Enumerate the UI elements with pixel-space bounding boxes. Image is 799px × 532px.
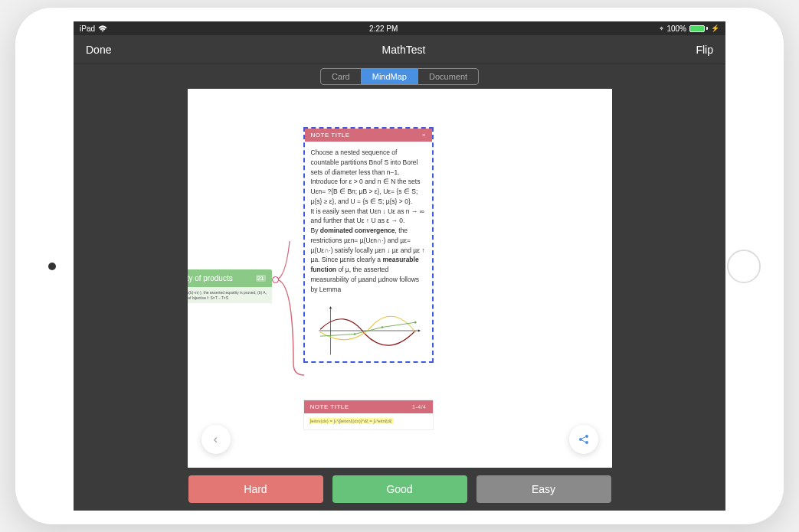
mindmap-canvas[interactable]: measurability of products 21 Lemma: (a) … bbox=[188, 89, 612, 468]
good-button[interactable]: Good bbox=[332, 475, 467, 503]
sibling-title-label: NOTE TITLE bbox=[310, 403, 349, 410]
device-label: iPad bbox=[80, 24, 95, 33]
share-network-icon bbox=[578, 433, 590, 446]
svg-point-3 bbox=[381, 326, 383, 328]
done-button[interactable]: Done bbox=[86, 44, 111, 56]
note-strong-1: dominated convergence bbox=[320, 227, 395, 234]
svg-point-4 bbox=[414, 321, 416, 324]
camera-dot bbox=[48, 263, 56, 270]
sibling-badge: 1-4/4 bbox=[412, 404, 426, 410]
back-button[interactable]: ‹ bbox=[201, 425, 231, 454]
note-title-bar: NOTE TITLE ≡ bbox=[305, 129, 432, 142]
note-title-label: NOTE TITLE bbox=[311, 132, 350, 139]
easy-button[interactable]: Easy bbox=[476, 475, 611, 503]
svg-point-2 bbox=[353, 333, 355, 335]
parent-node-badge: 21 bbox=[256, 275, 266, 282]
sibling-formula: ∫eitxν(dx) = ∫₀¹{∫eitxnξ(dx)}²dξ = ∫₀¹ei… bbox=[309, 418, 394, 424]
battery-percentage: 100% bbox=[666, 24, 686, 33]
page-title: MathTest bbox=[382, 44, 426, 56]
rating-bar: Hard Good Easy bbox=[74, 468, 725, 511]
note-graph bbox=[305, 300, 432, 361]
device-frame: iPad 2:22 PM ⌖ 100% ⚡ Done MathTest Flip bbox=[15, 8, 784, 524]
app-screen: iPad 2:22 PM ⌖ 100% ⚡ Done MathTest Flip bbox=[74, 21, 725, 511]
bluetooth-icon: ⌖ bbox=[660, 24, 663, 33]
flip-button[interactable]: Flip bbox=[696, 44, 713, 56]
share-button[interactable] bbox=[569, 425, 598, 454]
note-para-1: Choose a nested sequence of countable pa… bbox=[311, 149, 421, 205]
parent-node-snippet: Lemma: (a) µ(a×b)=µ(a)·µ(b)·m(·), the as… bbox=[188, 287, 272, 303]
svg-line-9 bbox=[581, 440, 585, 442]
active-note-card[interactable]: NOTE TITLE ≡ Choose a nested sequence of… bbox=[303, 127, 434, 363]
note-badge-icon: ≡ bbox=[422, 132, 426, 138]
wifi-icon bbox=[98, 25, 107, 32]
connector-dot-icon bbox=[272, 276, 279, 283]
segment-card[interactable]: Card bbox=[321, 69, 362, 84]
note-para-2: It is easily seen that Uεn ↓ Uε as n → ∞… bbox=[311, 207, 424, 225]
sibling-body: ∫eitxν(dx) = ∫₀¹{∫eitxnξ(dx)}²dξ = ∫₀¹ei… bbox=[304, 413, 433, 429]
segment-document[interactable]: Document bbox=[418, 69, 478, 84]
mindmap-content: measurability of products 21 Lemma: (a) … bbox=[188, 89, 612, 468]
status-right: ⌖ 100% ⚡ bbox=[660, 24, 719, 33]
node-connector bbox=[272, 279, 304, 281]
note-body: Choose a nested sequence of countable pa… bbox=[305, 142, 432, 300]
note-para-3a: By bbox=[311, 227, 320, 234]
home-button[interactable] bbox=[727, 250, 761, 283]
parent-node-title: measurability of products bbox=[188, 274, 233, 282]
sibling-title-bar: NOTE TITLE 1-4/4 bbox=[304, 400, 433, 413]
battery-icon bbox=[689, 25, 708, 32]
hard-button[interactable]: Hard bbox=[188, 475, 323, 503]
sibling-note-card[interactable]: NOTE TITLE 1-4/4 ∫eitxν(dx) = ∫₀¹{∫eitxn… bbox=[303, 400, 434, 430]
chevron-left-icon: ‹ bbox=[214, 432, 218, 446]
charging-icon: ⚡ bbox=[711, 24, 719, 32]
clock-time: 2:22 PM bbox=[369, 24, 398, 33]
nav-bar: Done MathTest Flip bbox=[74, 35, 725, 64]
svg-point-6 bbox=[585, 435, 588, 438]
status-bar: iPad 2:22 PM ⌖ 100% ⚡ bbox=[74, 21, 725, 35]
svg-line-8 bbox=[581, 437, 585, 439]
segment-mindmap[interactable]: MindMap bbox=[362, 69, 418, 84]
main-area: measurability of products 21 Lemma: (a) … bbox=[74, 89, 725, 468]
status-left: iPad bbox=[80, 24, 107, 33]
view-mode-bar: Card MindMap Document bbox=[74, 64, 725, 89]
parent-node[interactable]: measurability of products 21 Lemma: (a) … bbox=[188, 269, 272, 303]
svg-point-7 bbox=[585, 441, 588, 444]
segment-control: Card MindMap Document bbox=[320, 68, 479, 85]
